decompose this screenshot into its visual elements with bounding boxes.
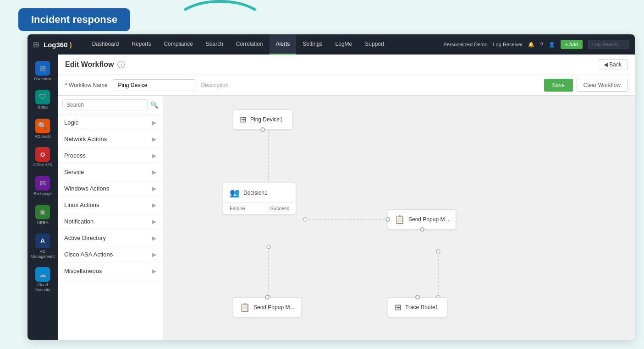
sidebar-label-exchange: Exchange — [33, 191, 52, 196]
sidebar-item-ad-management[interactable]: A AD Management — [29, 230, 56, 263]
send-popup-bottom-node[interactable]: 📋 Send Popup M... — [233, 297, 301, 317]
menu-item-miscellaneous[interactable]: Miscellaneous ▶ — [58, 263, 163, 279]
menu-item-logic[interactable]: Logic ▶ — [58, 115, 163, 131]
arrow-icon-process: ▶ — [152, 153, 156, 159]
send-popup-bottom-label: Send Popup M... — [253, 304, 294, 311]
menu-label-active-directory: Active Directory — [64, 234, 106, 241]
success-label: Success — [270, 206, 289, 211]
ping-device1-node[interactable]: ⊞ Ping Device1 — [233, 109, 292, 130]
canvas-area: 🔍 Logic ▶ Network Actions ▶ Process ▶ — [58, 96, 635, 340]
navbar: ⊞ Log360 ) Dashboard Reports Compliance … — [28, 34, 635, 55]
cloud-security-icon: ☁ — [35, 267, 50, 282]
overview-icon: ⊞ — [35, 61, 50, 76]
decision1-header: 👥 Decision1 — [223, 183, 296, 203]
main-window: ⊞ Log360 ) Dashboard Reports Compliance … — [28, 34, 635, 340]
ping-device1-label: Ping Device1 — [250, 116, 283, 123]
workflow-name-row: Workflow Name Description Save Clear Wor… — [58, 75, 635, 96]
nav-dashboard[interactable]: Dashboard — [86, 34, 126, 55]
ad-audit-icon: 🔍 — [35, 119, 50, 133]
arrow-icon-network-actions: ▶ — [152, 136, 156, 142]
menu-label-logic: Logic — [64, 119, 78, 126]
arrow-icon-linux-actions: ▶ — [152, 202, 156, 208]
decision1-label: Decision1 — [243, 190, 268, 196]
nav-support[interactable]: Support — [358, 34, 391, 55]
sidebar-item-exchange[interactable]: ✉ Exchange — [29, 172, 56, 200]
personalized-demo[interactable]: Personalized Demo — [444, 42, 488, 47]
ping-device-icon: ⊞ — [240, 115, 247, 125]
office365-icon: O — [35, 147, 50, 162]
menu-item-active-directory[interactable]: Active Directory ▶ — [58, 230, 163, 246]
navbar-links: Dashboard Reports Compliance Search Corr… — [86, 34, 444, 55]
siem-icon: 🛡 — [35, 90, 50, 104]
decision1-node[interactable]: 👥 Decision1 Failure Success — [223, 183, 296, 214]
grid-icon[interactable]: ⊞ — [33, 40, 39, 49]
search-icon[interactable]: 🔍 — [150, 101, 158, 109]
sidebar-item-cloud-security[interactable]: ☁ Cloud Security — [29, 263, 56, 296]
menu-item-process[interactable]: Process ▶ — [58, 147, 163, 164]
workflow-name-input[interactable] — [113, 79, 195, 91]
nav-settings[interactable]: Settings — [296, 34, 329, 55]
menu-search-input[interactable] — [62, 99, 148, 110]
sidebar-item-overview[interactable]: ⊞ Overview — [29, 57, 56, 85]
bell-icon[interactable]: 🔔 — [528, 42, 534, 48]
log-search-input[interactable] — [588, 40, 629, 49]
sidebar-item-siem[interactable]: 🛡 SIEM — [29, 86, 56, 114]
workflow-name-label: Workflow Name — [65, 82, 107, 88]
description-link[interactable]: Description — [201, 82, 228, 88]
menu-label-service: Service — [64, 169, 84, 175]
icon-sidebar: ⊞ Overview 🛡 SIEM 🔍 AD Audit O Office 36… — [28, 55, 58, 340]
failure-label: Failure — [230, 206, 245, 211]
menu-label-notification: Notification — [64, 218, 94, 225]
sidebar-label-office365: Office 365 — [33, 163, 52, 168]
workflow-actions: Save Clear Workflow — [544, 79, 628, 92]
workflow-title: Edit Workflow i — [65, 60, 125, 69]
send-popup-right-dot-bottom[interactable] — [420, 227, 424, 232]
decision1-labels: Failure Success — [223, 203, 296, 214]
help-icon[interactable]: ? — [540, 42, 543, 47]
add-button[interactable]: + Add — [561, 40, 583, 49]
trace-route1-node[interactable]: ⊞ Trace Route1 — [388, 297, 447, 317]
arrow-icon-service: ▶ — [152, 169, 156, 175]
sidebar-label-ueba: UEBA — [37, 220, 49, 225]
ping-device1-dot-bottom[interactable] — [260, 127, 265, 132]
send-popup-right-dot-left[interactable] — [385, 217, 390, 222]
sidebar-label-cloud-security: Cloud Security — [31, 283, 55, 293]
save-button[interactable]: Save — [544, 79, 573, 92]
main-content: Edit Workflow i ◀ Back Workflow Name Des… — [58, 55, 635, 340]
clear-workflow-button[interactable]: Clear Workflow — [577, 79, 627, 92]
menu-label-linux-actions: Linux Actions — [64, 202, 99, 208]
nav-alerts[interactable]: Alerts — [270, 34, 297, 55]
menu-label-process: Process — [64, 152, 86, 159]
log-receiver[interactable]: Log Receiver — [493, 42, 523, 47]
sidebar-item-ueba[interactable]: ◉ UEBA — [29, 201, 56, 229]
send-popup-right-icon: 📋 — [395, 214, 405, 224]
exchange-icon: ✉ — [35, 176, 50, 191]
menu-item-network-actions[interactable]: Network Actions ▶ — [58, 131, 163, 147]
sidebar-item-office365[interactable]: O Office 365 — [29, 143, 56, 171]
info-icon[interactable]: i — [117, 61, 125, 68]
user-icon[interactable]: 👤 — [549, 42, 555, 48]
menu-label-miscellaneous: Miscellaneous — [64, 267, 102, 274]
trace-route1-label: Trace Route1 — [405, 304, 438, 311]
svg-point-7 — [267, 245, 270, 249]
send-popup-right-node[interactable]: 📋 Send Popup M... — [388, 209, 456, 229]
arrow-icon-miscellaneous: ▶ — [152, 268, 156, 274]
nav-logme[interactable]: LogMe — [329, 34, 359, 55]
arrow-icon-cisco-asa: ▶ — [152, 251, 156, 258]
send-popup-right-label: Send Popup M... — [408, 216, 449, 223]
ueba-icon: ◉ — [35, 205, 50, 219]
teal-arc-decoration — [174, 0, 266, 46]
menu-item-notification[interactable]: Notification ▶ — [58, 213, 163, 230]
menu-item-service[interactable]: Service ▶ — [58, 164, 163, 180]
sidebar-item-ad-audit[interactable]: 🔍 AD Audit — [29, 115, 56, 143]
menu-item-linux-actions[interactable]: Linux Actions ▶ — [58, 197, 163, 213]
nav-reports[interactable]: Reports — [125, 34, 157, 55]
back-button[interactable]: ◀ Back — [598, 59, 627, 70]
body-area: ⊞ Overview 🛡 SIEM 🔍 AD Audit O Office 36… — [28, 55, 635, 340]
menu-item-windows-actions[interactable]: Windows Actions ▶ — [58, 180, 163, 197]
send-popup-bottom-dot-top[interactable] — [265, 295, 270, 300]
sidebar-label-overview: Overview — [34, 76, 51, 82]
decision-icon: 👥 — [230, 188, 240, 198]
menu-item-cisco-asa[interactable]: Cisco ASA Actions ▶ — [58, 246, 163, 263]
trace-route1-dot-top[interactable] — [415, 295, 420, 300]
